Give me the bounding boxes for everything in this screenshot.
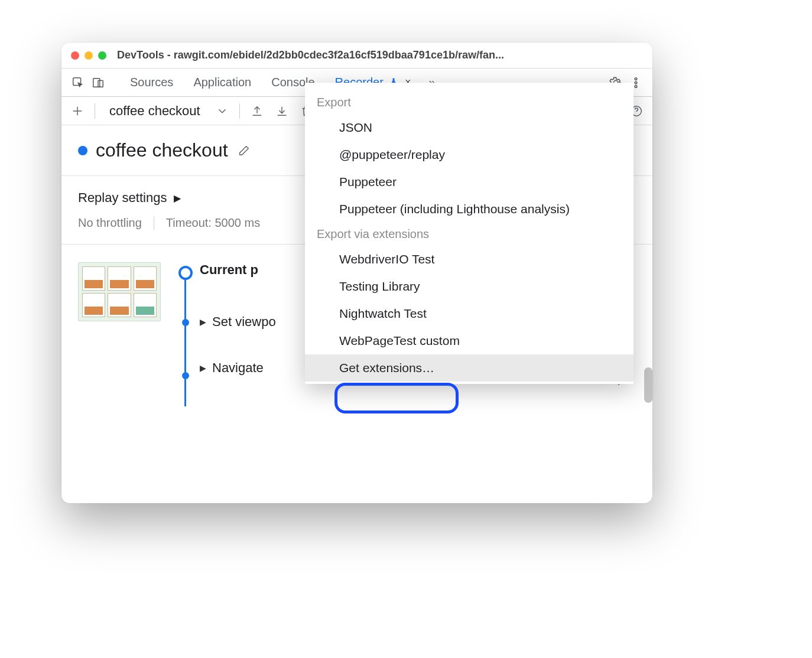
page-thumbnail [78,262,161,321]
step-label: Set viewpo [212,314,276,330]
menu-header-export: Export [305,91,634,114]
throttling-value: No throttling [78,216,142,230]
step-label: Navigate [212,360,264,376]
divider [239,103,240,119]
timeout-value: Timeout: 5000 ms [166,216,260,230]
device-toggle-icon[interactable] [90,74,106,91]
export-menu: Export JSON @puppeteer/replay Puppeteer … [305,83,634,384]
divider [154,217,154,230]
recording-title: coffee checkout [96,139,228,161]
svg-point-5 [635,85,637,87]
menu-item-nightwatch[interactable]: Nightwatch Test [305,300,634,327]
caret-right-icon: ▶ [200,317,206,327]
menu-item-puppeteer-lighthouse[interactable]: Puppeteer (including Lighthouse analysis… [305,196,634,223]
caret-right-icon: ▶ [174,193,181,204]
tab-sources[interactable]: Sources [122,70,181,95]
menu-item-puppeteer-replay[interactable]: @puppeteer/replay [305,141,634,168]
svg-rect-1 [93,78,100,87]
menu-item-webpagetest[interactable]: WebPageTest custom [305,327,634,354]
svg-point-3 [635,77,637,80]
maximize-window-icon[interactable] [98,51,106,60]
divider [95,103,95,119]
edit-title-icon[interactable] [236,143,252,158]
add-recording-icon[interactable] [70,103,85,119]
recording-selector[interactable]: coffee checkout [105,103,205,119]
svg-rect-2 [98,80,103,87]
minimize-window-icon[interactable] [85,51,93,60]
menu-item-testing-library[interactable]: Testing Library [305,273,634,300]
timeline-node-icon [178,266,193,280]
caret-right-icon: ▶ [200,363,206,373]
import-icon[interactable] [274,103,290,119]
timeline-line [184,272,186,406]
tab-application[interactable]: Application [185,70,259,95]
timeline-node-icon [182,372,189,379]
titlebar: DevTools - rawgit.com/ebidel/2d2bb0cdec3… [61,43,652,69]
chevron-down-icon[interactable] [215,103,230,119]
menu-item-json[interactable]: JSON [305,114,634,141]
window-title: DevTools - rawgit.com/ebidel/2d2bb0cdec3… [117,49,643,61]
recording-indicator-icon [78,146,87,155]
menu-item-puppeteer[interactable]: Puppeteer [305,168,634,196]
scrollbar-thumb[interactable] [644,367,652,403]
traffic-lights [71,51,106,60]
close-window-icon[interactable] [71,51,79,60]
menu-item-webdriverio[interactable]: WebdriverIO Test [305,246,634,273]
export-icon[interactable] [249,103,265,119]
inspect-icon[interactable] [70,74,86,91]
timeline-node-icon [182,319,189,326]
step-label: Current p [200,262,258,278]
menu-item-get-extensions[interactable]: Get extensions… [305,354,634,382]
replay-settings-label: Replay settings [78,190,167,206]
svg-point-4 [635,82,637,84]
menu-header-extensions: Export via extensions [305,223,634,246]
